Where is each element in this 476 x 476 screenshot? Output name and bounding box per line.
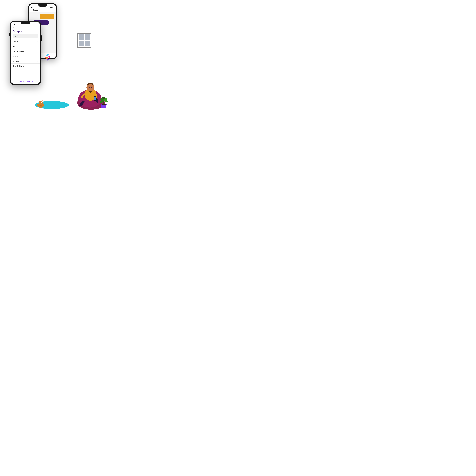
cat-illustration: [36, 100, 46, 108]
not-found-section[interactable]: I didn't find my answer: [11, 78, 40, 84]
plant-illustration: [98, 92, 109, 109]
wifi-icon: ▲: [52, 7, 53, 8]
front-phone-icons: ●●● ▲ ▮: [34, 24, 38, 25]
svg-point-4: [89, 87, 90, 87]
svg-point-25: [40, 102, 40, 103]
svg-point-26: [41, 102, 42, 103]
wifi-icon-front: ▲: [36, 24, 37, 25]
chevron-icon-order: ›: [37, 65, 38, 67]
phone-front-inner: 5.11 ●●● ▲ ▮ ‹ Support 🔍 Search General …: [11, 22, 40, 84]
back-phone-time: 5.11: [31, 7, 50, 8]
search-icon: 🔍: [14, 35, 16, 37]
svg-point-18: [39, 101, 43, 105]
back-phone-title: Support: [33, 9, 39, 11]
phone-front: 5.11 ●●● ▲ ▮ ‹ Support 🔍 Search General …: [10, 21, 41, 85]
menu-item-general[interactable]: General ›: [11, 39, 40, 44]
svg-rect-10: [102, 104, 106, 105]
window-illustration: [77, 33, 91, 48]
front-phone-time: 5.11: [13, 24, 34, 25]
chevron-icon-sim: ›: [37, 60, 38, 62]
search-bar[interactable]: 🔍 Search: [13, 34, 38, 38]
back-phone-icons: ●●● ▲ ▮: [50, 7, 54, 8]
scene: 5.11 ●●● ▲ ▮ ‹ Support ⊞ ⊙ 🎤: [0, 0, 112, 112]
back-nav[interactable]: ‹: [11, 26, 40, 29]
window-pane-tl: [79, 34, 84, 40]
chevron-icon-account: ›: [37, 55, 38, 57]
window-frame: [77, 33, 91, 48]
menu-item-app[interactable]: App ›: [11, 44, 40, 49]
phone-back-notch: [38, 4, 47, 7]
support-title: Support: [11, 29, 40, 34]
menu-item-order[interactable]: Order & Shipping ›: [11, 64, 40, 68]
phone-back-header: ‹ Support: [29, 8, 56, 12]
not-found-link[interactable]: I didn't find my answer: [18, 80, 33, 82]
chevron-icon-app: ›: [37, 46, 38, 47]
menu-label-app: App: [13, 46, 37, 47]
chevron-icon-general: ›: [37, 41, 38, 43]
dot-purple: [47, 59, 49, 60]
svg-point-5: [91, 87, 92, 87]
signal-icon-front: ●●●: [34, 25, 36, 25]
chevron-icon-charges: ›: [37, 51, 38, 52]
window-pane-br: [85, 41, 90, 47]
menu-label-order: Order & Shipping: [13, 65, 37, 67]
battery-icon: ▮: [54, 7, 54, 8]
battery-icon-front: ▮: [37, 24, 38, 25]
window-pane-tr: [85, 34, 90, 40]
chat-bubble-outgoing: [40, 14, 54, 19]
menu-item-sim[interactable]: SIM card ›: [11, 59, 40, 64]
back-arrow-icon[interactable]: ‹: [31, 9, 32, 11]
menu-label-account: Account: [13, 55, 37, 57]
phone-front-notch: [21, 22, 30, 24]
menu-label-sim: SIM card: [13, 60, 37, 62]
search-placeholder: Search: [17, 35, 21, 37]
support-menu-list: General › App › Charges & Usage › Accoun…: [11, 39, 40, 78]
menu-item-charges[interactable]: Charges & Usage ›: [11, 49, 40, 54]
menu-item-account[interactable]: Account ›: [11, 54, 40, 59]
signal-icon: ●●●: [50, 7, 52, 8]
window-pane-bl: [79, 41, 84, 47]
menu-label-general: General: [13, 41, 37, 43]
back-chevron-icon[interactable]: ‹: [13, 26, 14, 29]
menu-label-charges: Charges & Usage: [13, 51, 37, 52]
